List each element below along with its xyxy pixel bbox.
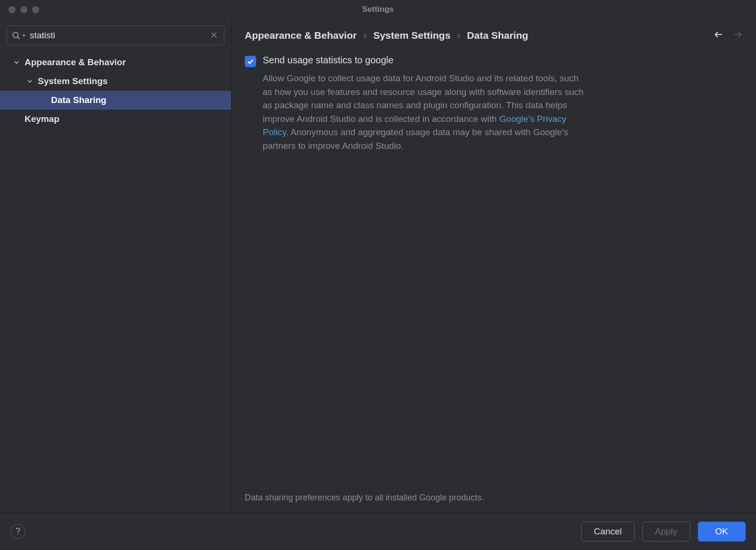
svg-line-1 (17, 36, 20, 39)
window-close-button[interactable] (9, 6, 16, 13)
titlebar: Settings (0, 0, 756, 19)
cancel-button[interactable]: Cancel (581, 522, 635, 541)
settings-tree: Appearance & Behavior System Settings Da… (0, 49, 231, 512)
settings-window: Settings (0, 0, 756, 550)
sidebar-item-system-settings[interactable]: System Settings (0, 72, 231, 91)
desc-text-post: . Anonymous and aggregated usage data ma… (263, 127, 568, 151)
svg-point-0 (13, 32, 18, 37)
body: Appearance & Behavior System Settings Da… (0, 19, 756, 512)
search-container (0, 19, 231, 49)
sidebar-item-label: Keymap (25, 114, 60, 124)
sidebar-item-label: System Settings (38, 76, 108, 86)
content-note: Data sharing preferences apply to all in… (232, 489, 756, 512)
footer: ? Cancel Apply OK (0, 512, 756, 550)
sidebar-item-appearance-behavior[interactable]: Appearance & Behavior (0, 53, 231, 72)
nav-arrows (713, 29, 743, 42)
search-icon (12, 31, 21, 40)
search-input[interactable] (30, 30, 209, 41)
breadcrumb: Appearance & Behavior › System Settings … (245, 30, 713, 41)
sidebar-item-keymap[interactable]: Keymap (0, 110, 231, 129)
setting-label[interactable]: Send usage statistics to google (263, 55, 394, 66)
window-controls (9, 6, 39, 13)
nav-forward-button (732, 29, 743, 42)
sidebar-item-label: Appearance & Behavior (25, 57, 126, 68)
sidebar: Appearance & Behavior System Settings Da… (0, 19, 232, 512)
nav-back-button[interactable] (713, 29, 724, 42)
content: Appearance & Behavior › System Settings … (232, 19, 756, 512)
sidebar-item-data-sharing[interactable]: Data Sharing (0, 91, 231, 110)
content-body: Send usage statistics to google Allow Go… (232, 46, 756, 489)
setting-description: Allow Google to collect usage data for A… (263, 72, 584, 153)
button-label: OK (715, 526, 728, 537)
breadcrumb-part[interactable]: Appearance & Behavior (245, 30, 357, 41)
help-icon: ? (16, 526, 20, 536)
sidebar-item-label: Data Sharing (51, 95, 106, 105)
search-box[interactable] (7, 26, 224, 45)
button-label: Apply (655, 526, 678, 537)
chevron-down-icon (26, 78, 34, 84)
apply-button: Apply (642, 522, 690, 541)
checkmark-icon (247, 58, 254, 65)
window-maximize-button[interactable] (32, 6, 39, 13)
breadcrumb-sep: › (457, 30, 460, 41)
help-button[interactable]: ? (10, 524, 26, 539)
send-stats-checkbox[interactable] (245, 56, 256, 67)
setting-row: Send usage statistics to google (245, 55, 743, 67)
search-dropdown-icon[interactable] (22, 34, 26, 38)
breadcrumb-part: Data Sharing (467, 30, 528, 41)
window-title: Settings (362, 5, 394, 14)
button-label: Cancel (594, 526, 622, 537)
breadcrumb-sep: › (363, 30, 367, 41)
window-minimize-button[interactable] (20, 6, 27, 13)
ok-button[interactable]: OK (698, 522, 746, 541)
breadcrumb-part[interactable]: System Settings (373, 30, 450, 41)
chevron-down-icon (12, 60, 21, 65)
search-clear-button[interactable] (209, 31, 219, 41)
content-header: Appearance & Behavior › System Settings … (232, 19, 756, 46)
